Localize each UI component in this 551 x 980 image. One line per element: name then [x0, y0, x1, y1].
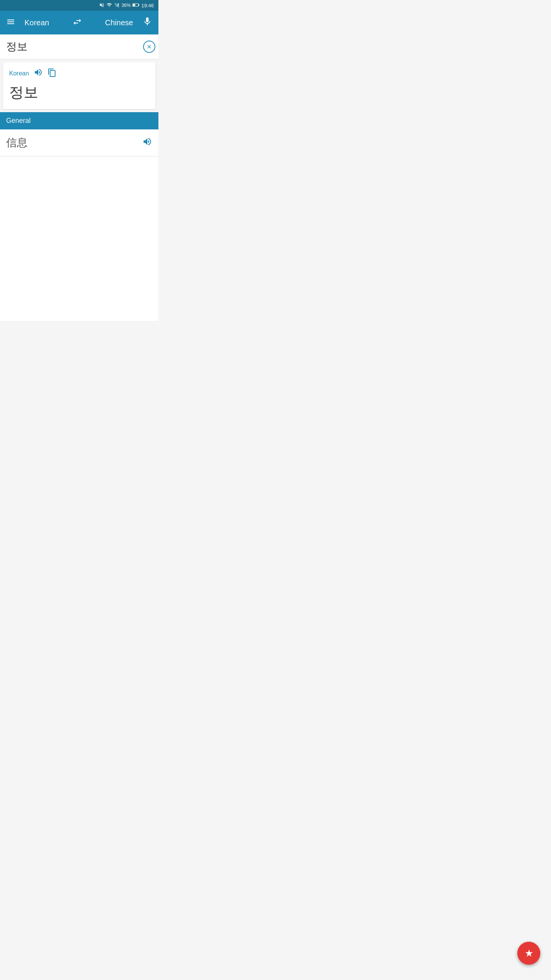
svg-rect-6 — [139, 4, 139, 6]
copy-icon[interactable] — [47, 68, 57, 79]
source-language-label: Korean — [9, 70, 29, 77]
source-card: Korean 정보 — [3, 62, 155, 109]
battery-icon — [132, 3, 139, 8]
svg-rect-3 — [116, 3, 116, 6]
source-sound-icon[interactable] — [34, 68, 43, 79]
search-input[interactable] — [6, 41, 143, 53]
wifi-icon — [106, 2, 112, 9]
source-card-header: Korean — [9, 68, 149, 79]
swap-languages-button[interactable] — [72, 17, 82, 29]
status-time: 19:46 — [141, 3, 154, 8]
svg-rect-2 — [117, 5, 117, 6]
section-header-label: General — [6, 117, 31, 124]
hamburger-menu-icon[interactable] — [6, 17, 15, 28]
microphone-icon[interactable] — [142, 16, 152, 29]
source-text: 정보 — [9, 84, 149, 101]
battery-percentage: 36% — [121, 3, 130, 8]
svg-rect-1 — [117, 4, 118, 7]
source-language-button[interactable]: Korean — [24, 18, 49, 27]
search-area — [0, 34, 158, 59]
main-content: 信息 — [0, 129, 158, 321]
mute-icon — [99, 2, 104, 9]
status-bar: 36% 19:46 — [0, 0, 158, 11]
app-bar: Korean Chinese — [0, 11, 158, 34]
target-language-button[interactable]: Chinese — [105, 18, 133, 27]
clear-button[interactable] — [143, 41, 155, 53]
translation-sound-icon[interactable] — [142, 137, 152, 149]
translation-item: 信息 — [0, 129, 158, 157]
signal-icon — [114, 2, 119, 9]
translation-text: 信息 — [6, 136, 28, 150]
svg-rect-0 — [119, 3, 119, 6]
section-header: General — [0, 112, 158, 129]
